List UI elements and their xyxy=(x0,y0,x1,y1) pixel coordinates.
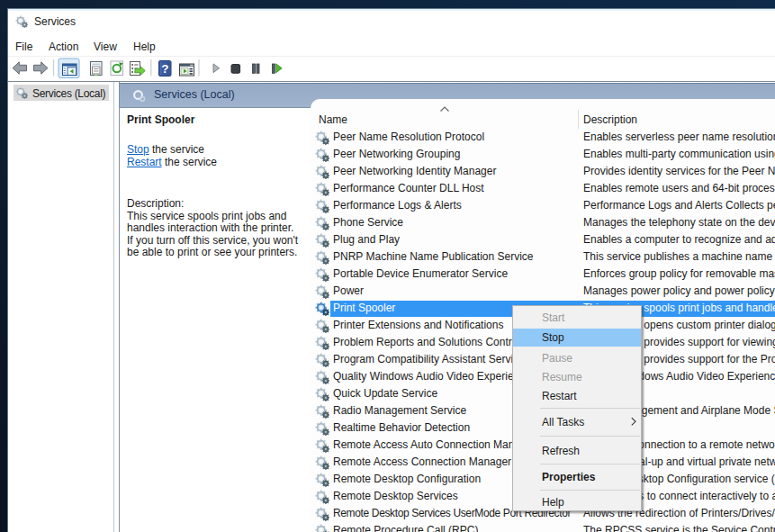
svg-text:?: ? xyxy=(161,62,168,76)
